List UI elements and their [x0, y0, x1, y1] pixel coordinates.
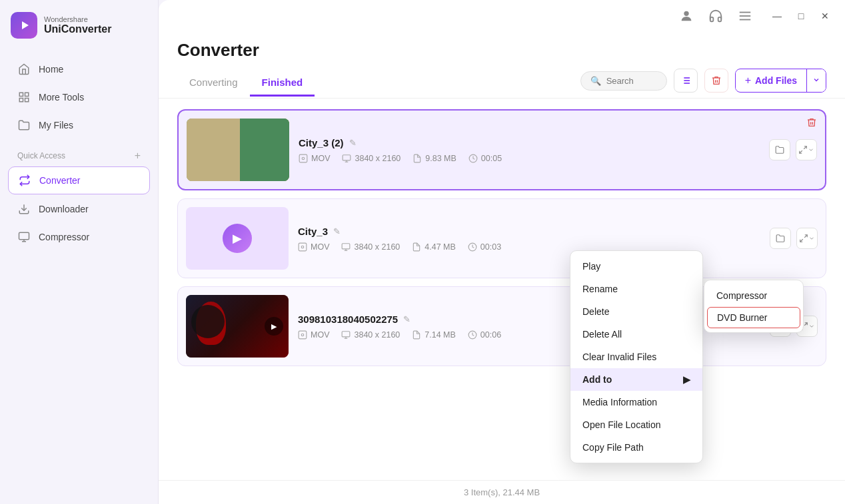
svg-rect-1 [19, 93, 23, 96]
svg-point-20 [302, 157, 305, 160]
sidebar-item-more-tools-label: More Tools [39, 92, 84, 103]
tab-converting[interactable]: Converting [177, 70, 250, 97]
file-actions-city3 [770, 228, 818, 249]
ctx-clear-invalid[interactable]: Clear Invalid Files [570, 346, 702, 368]
ctx-add-to[interactable]: Add to ▶ [570, 368, 702, 391]
sidebar-item-downloader[interactable]: Downloader [8, 196, 150, 222]
ctx-open-location[interactable]: Open File Location [570, 413, 702, 436]
more-actions-btn-city3[interactable] [796, 228, 818, 249]
meta-resolution-city3-2: 3840 x 2160 [342, 154, 401, 163]
window-controls: — □ ✕ [768, 7, 834, 25]
meta-duration-longid: 00:06 [468, 330, 501, 340]
file-name-row-city3-2: City_3 (2) ✎ [299, 137, 760, 148]
logo-name: UniConverter [44, 23, 111, 35]
main-content: — □ ✕ Converter Converting Finished 🔍 [159, 0, 845, 504]
svg-rect-35 [299, 331, 307, 339]
meta-duration-city3-2: 00:05 [468, 154, 502, 163]
svg-rect-3 [19, 99, 23, 102]
logo-area: Wondershare UniConverter [0, 0, 158, 51]
file-name-city3: City_3 [298, 226, 328, 237]
menu-icon[interactable] [736, 7, 754, 25]
submenu: Compressor DVD Burner [704, 280, 804, 333]
user-avatar-icon[interactable] [677, 7, 696, 25]
sidebar-item-compressor[interactable]: Compressor [8, 224, 150, 250]
ctx-play[interactable]: Play [570, 255, 702, 278]
ctx-delete[interactable]: Delete [570, 300, 702, 323]
submenu-dvd-burner[interactable]: DVD Burner [707, 307, 800, 328]
file-info-city3-2: City_3 (2) ✎ MOV 3840 x 2160 9.83 MB [299, 137, 760, 163]
edit-icon-longid[interactable]: ✎ [403, 314, 411, 324]
svg-marker-0 [22, 21, 29, 29]
svg-rect-19 [299, 154, 307, 162]
svg-rect-27 [299, 243, 307, 251]
search-box[interactable]: 🔍 [580, 71, 667, 91]
file-meta-city3-2: MOV 3840 x 2160 9.83 MB 00:05 [299, 154, 760, 163]
delete-all-button[interactable] [704, 69, 728, 93]
file-name-longid: 309810318040502275 [298, 314, 398, 325]
ctx-media-info[interactable]: Media Information [570, 391, 702, 413]
page-title-area: Converter [159, 32, 845, 69]
submenu-arrow-icon: ▶ [683, 374, 690, 385]
svg-line-33 [804, 235, 807, 238]
sidebar-item-my-files-label: My Files [39, 120, 73, 130]
file-item-city3-2[interactable]: ▶ City_3 (2) ✎ MOV 3840 x 2160 [177, 109, 826, 190]
sidebar-item-my-files[interactable]: My Files [8, 112, 150, 138]
svg-rect-4 [25, 99, 29, 102]
svg-point-28 [301, 246, 304, 248]
open-folder-btn-city3[interactable] [770, 228, 791, 249]
search-icon: 🔍 [590, 76, 601, 86]
svg-line-41 [804, 323, 807, 326]
ctx-rename[interactable]: Rename [570, 278, 702, 300]
list-view-button[interactable] [674, 69, 698, 93]
edit-icon-city3[interactable]: ✎ [333, 226, 341, 236]
minimize-button[interactable]: — [768, 7, 786, 25]
headset-icon[interactable] [706, 7, 725, 25]
context-menu: Play Rename Delete Delete All Clear Inva… [570, 250, 703, 463]
close-button[interactable]: ✕ [816, 7, 834, 25]
svg-rect-29 [343, 243, 351, 248]
tabs: Converting Finished [177, 70, 580, 97]
file-item-city3[interactable]: ▶ City_3 ✎ MOV 3840 x 2160 [177, 198, 826, 278]
status-bar: 3 Item(s), 21.44 MB [159, 480, 845, 504]
sidebar-item-more-tools[interactable]: More Tools [8, 84, 150, 111]
open-folder-btn-city3-2[interactable] [769, 139, 790, 160]
sidebar-item-converter[interactable]: Converter [8, 166, 150, 194]
edit-icon-city3-2[interactable]: ✎ [349, 138, 357, 148]
svg-point-36 [301, 334, 304, 336]
quick-access-add-btn[interactable]: + [135, 150, 141, 161]
play-overlay-city3-2: ▶ [265, 140, 284, 159]
svg-rect-2 [25, 93, 29, 96]
plus-icon: + [745, 75, 751, 87]
submenu-compressor[interactable]: Compressor [704, 284, 803, 307]
meta-size-city3-2: 9.83 MB [413, 154, 456, 163]
ctx-delete-all[interactable]: Delete All [570, 323, 702, 346]
play-overlay-longid: ▶ [265, 317, 283, 336]
sidebar-item-converter-label: Converter [39, 175, 80, 186]
quick-access-header: Quick Access + [0, 144, 158, 164]
meta-size-city3: 4.47 MB [412, 242, 456, 252]
compress-icon [17, 230, 31, 244]
delete-btn-city3-2[interactable] [806, 117, 817, 130]
tab-finished[interactable]: Finished [250, 70, 315, 97]
file-thumb-city3: ▶ [186, 207, 289, 270]
sidebar-item-home-label: Home [39, 64, 63, 75]
quick-access-label: Quick Access [17, 151, 65, 160]
ctx-copy-path[interactable]: Copy File Path [570, 436, 702, 459]
search-input[interactable] [606, 76, 660, 86]
grid-icon [17, 91, 31, 104]
meta-size-longid: 7.14 MB [412, 330, 456, 340]
maximize-button[interactable]: □ [792, 7, 810, 25]
meta-duration-city3: 00:03 [468, 242, 501, 252]
add-files-dropdown-button[interactable] [806, 69, 826, 92]
tabs-toolbar: Converting Finished 🔍 + Add Files [159, 69, 845, 99]
sidebar: Wondershare UniConverter Home More Tools… [0, 0, 159, 504]
more-actions-btn-city3-2[interactable] [796, 139, 817, 160]
add-files-button[interactable]: + Add Files [735, 69, 826, 93]
converter-icon [18, 174, 31, 187]
sidebar-item-compressor-label: Compressor [39, 232, 89, 242]
sidebar-item-home[interactable]: Home [8, 56, 150, 83]
svg-line-25 [804, 146, 806, 149]
sidebar-nav: Home More Tools My Files [0, 51, 158, 144]
svg-point-9 [684, 11, 688, 16]
logo-brand: Wondershare [44, 15, 111, 23]
